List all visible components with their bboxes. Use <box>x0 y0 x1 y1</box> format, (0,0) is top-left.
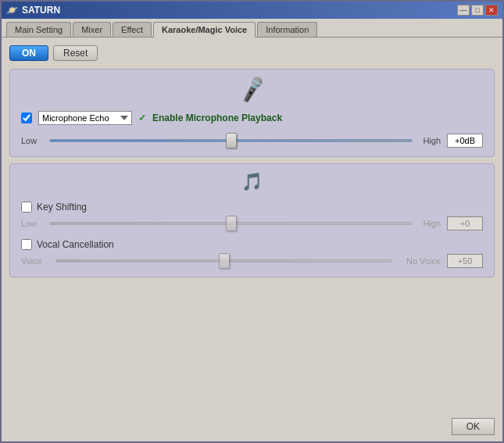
microphone-checkbox-area <box>21 113 32 123</box>
tab-effect[interactable]: Effect <box>113 22 152 37</box>
tab-bar: Main Setting Mixer Effect Karaoke/Magic … <box>2 19 502 38</box>
close-button[interactable]: ✕ <box>485 5 498 16</box>
title-controls: — □ ✕ <box>457 5 498 16</box>
voice-label: Voice <box>21 256 49 266</box>
title-bar-left: 🪐 SATURN <box>6 5 60 16</box>
maximize-button[interactable]: □ <box>471 5 484 16</box>
vocal-cancellation-value-box: +50 <box>447 254 483 268</box>
vocal-cancellation-slider-row: Voice No Voice +50 <box>21 253 483 269</box>
key-shifting-slider-container <box>49 216 413 231</box>
content-area: ON Reset 🎤 Microphone Echo ✓ Enable Micr… <box>2 38 502 413</box>
enable-microphone-label: Enable Microphone Playback <box>152 113 282 123</box>
key-shifting-slider-row: Low High +0 <box>21 216 483 231</box>
tab-main-setting[interactable]: Main Setting <box>6 22 71 37</box>
tab-information[interactable]: Information <box>257 22 317 37</box>
music-note-icon: 🎵 <box>241 172 263 192</box>
key-shifting-section: Key Shifting Low High +0 <box>21 202 483 231</box>
vocal-cancellation-checkbox[interactable] <box>21 239 32 250</box>
microphone-panel: 🎤 Microphone Echo ✓ Enable Microphone Pl… <box>9 69 495 157</box>
enable-checkmark: ✓ <box>138 113 146 123</box>
ok-button[interactable]: OK <box>452 418 495 435</box>
key-shifting-slider-thumb[interactable] <box>226 216 237 231</box>
microphone-echo-checkbox[interactable] <box>21 113 32 123</box>
key-shifting-label: Key Shifting <box>37 202 87 213</box>
minimize-button[interactable]: — <box>457 5 470 16</box>
key-shifting-row: Key Shifting <box>21 202 483 213</box>
no-voice-label: No Voice <box>399 256 441 266</box>
key-shifting-value-box: +0 <box>447 216 483 230</box>
karaoke-panel-icon: 🎵 <box>21 172 483 192</box>
microphone-slider-container <box>49 133 413 148</box>
window-icon: 🪐 <box>6 5 18 16</box>
tab-mixer[interactable]: Mixer <box>73 22 111 37</box>
title-bar: 🪐 SATURN — □ ✕ <box>2 2 502 19</box>
reset-button[interactable]: Reset <box>53 45 98 61</box>
vocal-cancellation-checkbox-area: Vocal Cancellation <box>21 239 114 250</box>
microphone-slider-row: Low High +0dB <box>21 133 483 148</box>
microphone-slider-thumb[interactable] <box>226 133 237 148</box>
key-shifting-checkbox[interactable] <box>21 202 32 213</box>
vocal-cancellation-label: Vocal Cancellation <box>37 239 114 250</box>
microphone-row: Microphone Echo ✓ Enable Microphone Play… <box>21 111 483 125</box>
vocal-cancellation-row: Vocal Cancellation <box>21 239 483 250</box>
window-title: SATURN <box>22 5 60 16</box>
microphone-high-label: High <box>419 136 441 145</box>
window-body: ON Reset 🎤 Microphone Echo ✓ Enable Micr… <box>2 38 502 441</box>
toolbar: ON Reset <box>9 44 495 63</box>
vocal-cancellation-slider-thumb[interactable] <box>219 253 230 269</box>
key-shifting-slider-track <box>49 222 413 225</box>
vocal-cancellation-section: Vocal Cancellation Voice No Voice +50 <box>21 239 483 269</box>
microphone-slider-track <box>49 139 413 142</box>
vocal-cancellation-slider-container <box>55 253 392 269</box>
main-window: 🪐 SATURN — □ ✕ Main Setting Mixer Effect… <box>0 0 504 443</box>
microphone-low-label: Low <box>21 136 43 145</box>
karaoke-panel: 🎵 Key Shifting Low <box>9 163 495 277</box>
tab-karaoke-magic-voice[interactable]: Karaoke/Magic Voice <box>153 22 256 38</box>
key-shifting-high-label: High <box>419 219 441 228</box>
on-button[interactable]: ON <box>9 45 48 61</box>
microphone-value-box: +0dB <box>447 134 483 148</box>
footer: OK <box>2 413 502 441</box>
microphone-echo-dropdown[interactable]: Microphone Echo <box>38 111 132 125</box>
microphone-icon: 🎤 <box>237 74 267 104</box>
vocal-cancellation-slider-track <box>55 259 392 263</box>
microphone-panel-icon: 🎤 <box>21 77 483 102</box>
key-shifting-checkbox-area: Key Shifting <box>21 202 87 213</box>
key-shifting-low-label: Low <box>21 219 43 228</box>
